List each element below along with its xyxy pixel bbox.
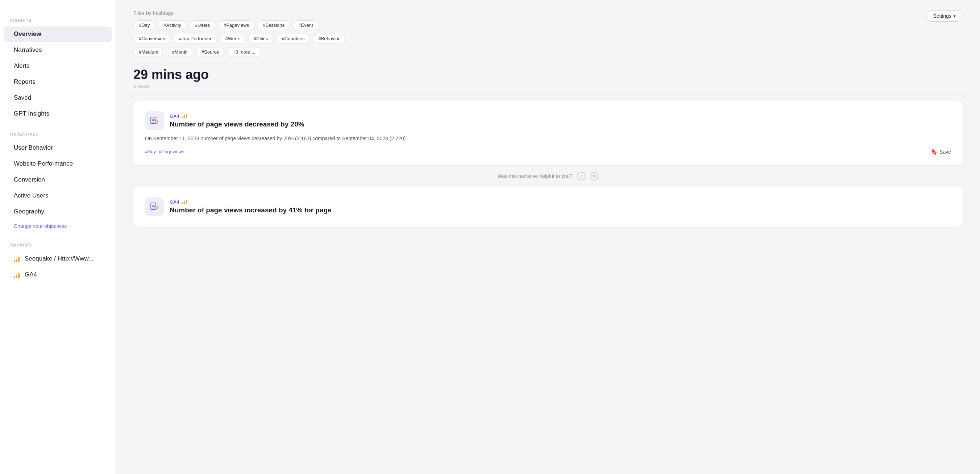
hashtag-month[interactable]: #Month <box>166 47 193 57</box>
sidebar-item-label-alerts: Alerts <box>14 62 29 70</box>
helpful-no-button[interactable]: ✕ <box>590 172 598 180</box>
sidebar-item-label-geography: Geography <box>14 208 44 215</box>
card-1-body: On September 11, 2023 number of page vie… <box>145 134 951 142</box>
narrative-card-1: GA4 Number of page views decreased by 20… <box>134 101 963 165</box>
card-1-tags: #Day #Pageviews <box>145 149 184 154</box>
hashtag-behavior[interactable]: #Behavior <box>313 34 345 43</box>
hashtag-users[interactable]: #Users <box>189 20 215 30</box>
card-1-title: Number of page views decreased by 20% <box>170 120 304 128</box>
objectives-section-label: OBJECTIVES <box>0 132 116 140</box>
hashtag-activity[interactable]: #Activity <box>158 20 186 30</box>
card-1-meta: GA4 Number of page views decreased by 20… <box>170 113 304 128</box>
sidebar-item-active-users[interactable]: Active Users <box>4 188 112 203</box>
hashtag-day[interactable]: #Day <box>134 20 155 30</box>
helpful-row: Was this narrative helpful to you? ✓ ✕ <box>134 165 963 187</box>
sidebar-item-label-active-users: Active Users <box>14 192 48 199</box>
hashtag-top-performer[interactable]: #Top Performer <box>173 34 217 43</box>
card-1-header: GA4 Number of page views decreased by 20… <box>145 111 951 130</box>
sidebar-item-ga4[interactable]: GA4 <box>4 267 112 282</box>
card-1-source: GA4 <box>170 113 180 119</box>
hashtag-pageviews[interactable]: #Pageviews <box>218 20 255 30</box>
sidebar: INSIGHTS Overview Narratives Alerts Repo… <box>0 0 116 474</box>
card-1-bar-icon <box>182 114 187 118</box>
sidebar-item-label-ga4: GA4 <box>25 271 37 278</box>
card-1-icon-wrap <box>145 111 164 130</box>
hashtag-rows: #Day #Activity #Users #Pageviews #Sessio… <box>134 20 917 57</box>
time-ago: 29 mins ago <box>134 67 963 82</box>
seoquake-bar-icon <box>14 255 21 262</box>
card-2-header: GA4 Number of page views increased by 41… <box>145 197 951 216</box>
hashtag-sessions[interactable]: #Sessions <box>257 20 290 30</box>
hashtag-event[interactable]: #Event <box>293 20 318 30</box>
bookmark-icon: 🔖 <box>930 148 938 155</box>
hashtag-countries[interactable]: #Countries <box>277 34 310 43</box>
svg-rect-11 <box>157 206 158 210</box>
save-button-1[interactable]: 🔖 Save <box>930 148 951 155</box>
sidebar-item-overview[interactable]: Overview <box>4 27 112 42</box>
card-1-source-row: GA4 <box>170 113 304 119</box>
hashtag-row-1: #Day #Activity #Users #Pageviews #Sessio… <box>134 20 917 30</box>
svg-rect-4 <box>156 121 157 124</box>
sidebar-item-narratives[interactable]: Narratives <box>4 42 112 57</box>
sidebar-item-label-seoquake: Seoquake / Http://Www... <box>25 255 94 262</box>
card-2-source-row: GA4 <box>170 199 332 205</box>
hashtag-cities[interactable]: #Cities <box>248 34 274 43</box>
sidebar-item-label-narratives: Narratives <box>14 46 42 54</box>
card-2-icon-wrap <box>145 197 164 216</box>
helpful-yes-button[interactable]: ✓ <box>577 172 585 180</box>
card-1-tag-day[interactable]: #Day <box>145 149 156 154</box>
hashtag-source[interactable]: #Source <box>196 47 224 57</box>
sidebar-item-label-conversion: Conversion <box>14 176 45 183</box>
hashtag-conversion[interactable]: #Conversion <box>134 34 171 43</box>
sidebar-item-label-saved: Saved <box>14 94 31 102</box>
ga4-bar-icon <box>14 271 21 278</box>
sidebar-item-gpt-insights[interactable]: GPT Insights <box>4 106 112 121</box>
time-section: 29 mins ago Viewed <box>134 67 963 95</box>
header-row: Filter by hashtags #Day #Activity #Users… <box>134 10 963 57</box>
hashtag-week[interactable]: #Week <box>220 34 245 43</box>
insights-section-label: INSIGHTS <box>0 18 116 26</box>
viewed-label: Viewed <box>134 84 963 95</box>
sidebar-item-reports[interactable]: Reports <box>4 74 112 89</box>
sidebar-item-saved[interactable]: Saved <box>4 90 112 105</box>
svg-rect-10 <box>156 207 157 210</box>
sidebar-item-website-performance[interactable]: Website Performance <box>4 156 112 172</box>
card-2-bar-icon <box>182 200 187 204</box>
svg-rect-5 <box>157 120 158 124</box>
svg-rect-6 <box>151 203 156 210</box>
settings-button[interactable]: Settings ▾ <box>926 10 963 22</box>
sidebar-item-label-reports: Reports <box>14 78 35 86</box>
settings-label: Settings <box>933 13 951 19</box>
sources-section-label: SOURCES <box>0 243 116 251</box>
svg-rect-0 <box>151 117 156 124</box>
sidebar-item-conversion[interactable]: Conversion <box>4 172 112 187</box>
chevron-down-icon: ▾ <box>953 14 956 19</box>
sidebar-item-geography[interactable]: Geography <box>4 204 112 219</box>
sidebar-item-label-gpt-insights: GPT Insights <box>14 110 49 118</box>
sidebar-item-seoquake[interactable]: Seoquake / Http://Www... <box>4 251 112 266</box>
hashtag-more[interactable]: +8 more ... <box>227 47 261 57</box>
hashtag-row-3: #Medium #Month #Source +8 more ... <box>134 47 917 57</box>
filter-section: Filter by hashtags #Day #Activity #Users… <box>134 10 917 57</box>
narrative-card-2: GA4 Number of page views increased by 41… <box>134 187 963 227</box>
helpful-question: Was this narrative helpful to you? <box>498 173 572 179</box>
sidebar-item-label-user-behavior: User Behavior <box>14 144 53 151</box>
document-chart-icon <box>149 116 159 126</box>
sidebar-item-label-overview: Overview <box>14 30 41 38</box>
card-2-title: Number of page views increased by 41% fo… <box>170 206 332 214</box>
card-2-source: GA4 <box>170 199 180 205</box>
hashtag-row-2: #Conversion #Top Performer #Week #Cities… <box>134 34 917 43</box>
document-chart-icon-2 <box>149 202 159 212</box>
change-objectives-link[interactable]: Change your objectives <box>4 220 112 232</box>
hashtag-medium[interactable]: #Medium <box>134 47 164 57</box>
save-label-1: Save <box>939 149 951 155</box>
card-2-meta: GA4 Number of page views increased by 41… <box>170 199 332 214</box>
main-content: Filter by hashtags #Day #Activity #Users… <box>116 0 980 474</box>
filter-label: Filter by hashtags <box>134 10 917 16</box>
sidebar-item-label-website-performance: Website Performance <box>14 160 73 167</box>
card-1-tag-pageviews[interactable]: #Pageviews <box>159 149 184 154</box>
card-1-footer: #Day #Pageviews 🔖 Save <box>145 148 951 155</box>
sidebar-item-alerts[interactable]: Alerts <box>4 58 112 73</box>
sidebar-item-user-behavior[interactable]: User Behavior <box>4 140 112 156</box>
